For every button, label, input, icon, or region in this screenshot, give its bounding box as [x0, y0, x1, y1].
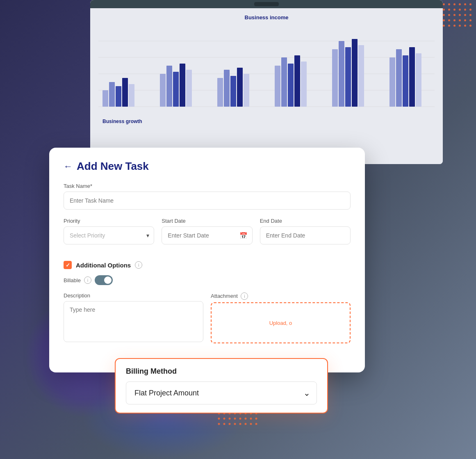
- svg-rect-20: [275, 66, 280, 107]
- checkmark-icon: ✓: [66, 262, 70, 268]
- svg-rect-13: [180, 64, 185, 107]
- laptop-screen: Business income: [90, 0, 443, 164]
- svg-rect-28: [352, 39, 358, 107]
- billable-info-icon[interactable]: i: [84, 276, 91, 284]
- laptop-bezel: [90, 0, 443, 8]
- priority-label: Priority: [64, 218, 154, 224]
- description-attachment-row: Description Attachment i Upload, o: [64, 292, 351, 352]
- svg-rect-17: [230, 76, 236, 107]
- upload-label-text: Upload, o: [269, 320, 292, 326]
- chart-title: Business income: [98, 14, 435, 21]
- form-header: ← Add New Task: [64, 160, 351, 173]
- attachment-upload-area[interactable]: Upload, o: [211, 302, 351, 343]
- svg-rect-32: [403, 55, 408, 107]
- start-date-group: Start Date 📅: [162, 218, 252, 244]
- priority-select[interactable]: Select Priority Low Medium High Critical: [64, 226, 154, 244]
- billable-label: Billable: [64, 277, 81, 283]
- end-date-label: End Date: [260, 218, 351, 224]
- form-title: Add New Task: [77, 160, 149, 173]
- priority-date-row: Priority Select Priority Low Medium High…: [64, 218, 351, 253]
- svg-rect-22: [288, 64, 294, 107]
- svg-rect-19: [244, 74, 249, 107]
- end-date-input[interactable]: [260, 226, 351, 244]
- svg-rect-30: [389, 57, 395, 107]
- end-date-wrapper: [260, 226, 351, 244]
- start-date-wrapper: 📅: [162, 226, 252, 244]
- bar-chart: [98, 25, 435, 115]
- billing-select-wrapper: Flat Project Amount Hourly Rate Per Mile…: [126, 381, 317, 404]
- svg-rect-26: [339, 41, 344, 107]
- svg-rect-8: [122, 78, 128, 107]
- svg-rect-6: [109, 82, 115, 107]
- start-date-input[interactable]: [162, 226, 252, 244]
- svg-rect-10: [160, 74, 166, 107]
- svg-rect-12: [173, 72, 179, 107]
- toggle-knob: [104, 276, 112, 284]
- billing-method-select[interactable]: Flat Project Amount Hourly Rate Per Mile…: [126, 381, 317, 404]
- description-group: Description: [64, 292, 203, 344]
- svg-rect-18: [237, 68, 243, 107]
- svg-rect-15: [217, 78, 223, 107]
- task-name-group: Task Name*: [64, 183, 351, 210]
- end-date-group: End Date: [260, 218, 351, 244]
- start-date-label: Start Date: [162, 218, 252, 224]
- additional-options-checkbox[interactable]: ✓: [64, 261, 72, 269]
- svg-rect-5: [102, 90, 108, 107]
- svg-rect-23: [294, 55, 300, 107]
- dots-top-right: [443, 3, 473, 28]
- svg-rect-9: [129, 84, 134, 107]
- svg-rect-24: [301, 62, 307, 107]
- svg-rect-11: [166, 66, 172, 107]
- svg-rect-14: [186, 70, 192, 107]
- task-name-input[interactable]: [64, 192, 351, 210]
- additional-options-row: ✓ Additional Options i: [64, 261, 351, 269]
- billing-method-title: Billing Method: [126, 367, 317, 376]
- svg-rect-7: [116, 86, 121, 107]
- priority-group: Priority Select Priority Low Medium High…: [64, 218, 154, 244]
- priority-select-wrapper: Select Priority Low Medium High Critical…: [64, 226, 154, 244]
- description-label: Description: [64, 292, 203, 299]
- laptop-notch: [254, 2, 279, 6]
- chart-growth-label: Business growth: [98, 119, 435, 124]
- svg-rect-16: [224, 70, 230, 107]
- back-arrow-icon[interactable]: ←: [64, 161, 73, 172]
- laptop-screen-content: Business income: [90, 8, 443, 164]
- billable-row: Billable i: [64, 275, 351, 285]
- description-textarea[interactable]: [64, 301, 203, 342]
- billable-toggle[interactable]: [95, 275, 113, 285]
- attachment-group: Attachment i Upload, o: [211, 292, 351, 344]
- additional-options-label: Additional Options: [76, 262, 131, 269]
- svg-rect-25: [332, 49, 338, 107]
- svg-rect-33: [409, 47, 415, 107]
- svg-rect-21: [281, 57, 287, 107]
- svg-rect-34: [416, 53, 421, 107]
- svg-rect-31: [396, 49, 402, 107]
- svg-rect-27: [345, 47, 351, 107]
- dots-bottom-center: [218, 412, 258, 426]
- attachment-label: Attachment i: [211, 292, 351, 300]
- task-name-label: Task Name*: [64, 183, 351, 189]
- billing-method-popup: Billing Method Flat Project Amount Hourl…: [115, 358, 328, 413]
- additional-options-info-icon[interactable]: i: [135, 261, 142, 269]
- svg-rect-29: [358, 45, 364, 107]
- attachment-info-icon[interactable]: i: [241, 292, 248, 300]
- add-task-form: ← Add New Task Task Name* Priority Selec…: [49, 148, 365, 372]
